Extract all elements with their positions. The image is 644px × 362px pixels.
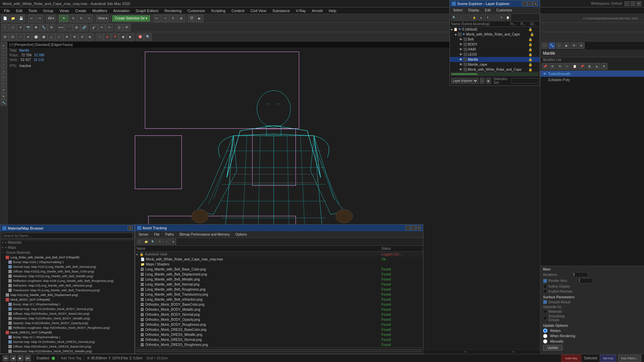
set-key-btn[interactable]: Set Key — [600, 355, 616, 362]
mb-close-btn[interactable]: ✕ — [128, 226, 132, 231]
new-scene-button[interactable]: 📄 — [1, 15, 9, 22]
modifier-editablepoly-item[interactable]: Editable Poly — [540, 77, 644, 83]
at-png-refraction[interactable]: 🖼 Long_Mantle_with_Belt_refraction.png F… — [135, 297, 423, 302]
redo-button[interactable]: ↪ — [36, 15, 43, 22]
at-png-base-color[interactable]: 🖼 Long_Mantle_with_Belt_Base_Color.png F… — [135, 267, 423, 272]
mb-dress-diffuse0[interactable]: Diffuse: Map #0(Orthodox_Monk_DRESS_Base… — [0, 344, 135, 349]
at-h-scrollbar[interactable] — [137, 349, 422, 352]
scale-button[interactable]: ⤡ — [86, 15, 93, 22]
se-row-layer-default[interactable]: ▸ 📋 👁 0 (default) 🔒 — [450, 27, 540, 32]
at-btn3[interactable]: 🔍 — [150, 239, 156, 245]
se-row-monk-full[interactable]: 👁 ⬛ Monk_with_White_Robe_and_Cape 🔒 — [450, 67, 540, 72]
key-filters-btn[interactable]: Key Filters... — [618, 355, 641, 362]
at-png-body-basecolor[interactable]: 🖼 Orthodox_Monk_BODY_BaseColor.png Found — [135, 302, 423, 307]
se-minimize-btn[interactable]: ─ — [522, 1, 527, 6]
t3-btn-1[interactable]: ⊞ — [1, 33, 9, 41]
mod-copy-icon[interactable]: 📋 — [571, 63, 578, 70]
at-menu-paths[interactable]: Paths — [163, 232, 177, 237]
t3-btn-11[interactable]: ⊘ — [78, 33, 86, 41]
at-help-btn[interactable]: ? — [163, 239, 169, 245]
ts-iterations-value[interactable]: 0 — [571, 272, 588, 277]
se-eye8-icon[interactable]: 👁 — [459, 63, 463, 66]
tool-light-btn[interactable]: ☀ — [17, 24, 24, 31]
mb-mat-dress[interactable]: Monk_DRESS_MAT (VRayMtl) — [0, 330, 135, 335]
smoothing-groups-checkbox[interactable] — [543, 316, 547, 320]
save-file-button[interactable]: 💾 — [17, 15, 25, 22]
at-max-file[interactable]: 📄 Monk_with_White_Robe_and_Cape_max_vray… — [135, 257, 423, 262]
menu-vray[interactable]: V-Ray — [293, 8, 309, 13]
mb-dress-bump2[interactable]: Bump: Map #2 ( VRayNormalMap ) — [0, 335, 135, 340]
at-minimize-btn[interactable]: ─ — [406, 226, 410, 230]
mb-body-bump2[interactable]: Bump: Map #2 ( VRayNormalMap ) — [0, 302, 135, 307]
t3-btn-4[interactable]: ● — [24, 33, 32, 41]
play-fwd-btn[interactable]: ▶ — [17, 355, 23, 361]
tool-display-btn[interactable]: 👁 — [123, 24, 130, 31]
t3-btn-8[interactable]: ◇ — [55, 33, 63, 41]
move-button[interactable]: ✛ — [69, 15, 77, 22]
se-lock-btn[interactable]: 🔒 — [471, 14, 477, 20]
minimize-button[interactable]: ─ — [625, 1, 629, 6]
t3-btn-6[interactable]: ▣ — [40, 33, 47, 41]
t3-btn-5[interactable]: ⬤ — [32, 33, 40, 41]
se-row-belt[interactable]: 👁 ⬛ Belt 🔒 — [450, 37, 540, 42]
t3-btn-17[interactable]: ▶ — [127, 33, 134, 41]
at-png-dress-basecolor[interactable]: 🖼 Orthodox_Monk_DRESS_BaseColor.png Foun… — [135, 327, 423, 332]
menu-animation[interactable]: Animation — [111, 8, 132, 13]
mb-section-scene[interactable]: - - Scene Materials — [0, 250, 135, 255]
tool-attach-btn[interactable]: ⊞ — [73, 24, 80, 31]
mb-map1-displace[interactable]: Map #1(Long_Mantle_with_Belt_Displacment… — [0, 293, 135, 297]
at-png-dress-roughness[interactable]: 🖼 Orthodox_Monk_DRESS_Roughness.png Foun… — [135, 342, 423, 347]
se-eye4-icon[interactable]: 👁 — [459, 43, 463, 46]
tool-isolate-btn[interactable]: ◎ — [115, 24, 123, 31]
at-maximize-btn[interactable]: □ — [411, 226, 416, 230]
ts-render-value[interactable]: 2 — [577, 278, 593, 283]
se-menu-edit[interactable]: Edit — [482, 8, 493, 13]
undo-button[interactable]: ↩ — [28, 15, 35, 22]
lp-icon-3[interactable]: ○ — [1, 55, 7, 61]
lp-icon-8[interactable]: ✦ — [1, 87, 7, 93]
rp-hierarchy-icon[interactable]: ⬡ — [556, 42, 562, 49]
mb-bump104[interactable]: Bump: Map #104 ( VRayNormalMap ) — [0, 260, 135, 264]
se-eye6-icon[interactable]: 👁 — [459, 53, 463, 56]
maximize-button[interactable]: □ — [631, 1, 635, 6]
lp-icon-4[interactable]: □ — [1, 61, 7, 67]
view-dropdown[interactable]: View ▾ — [96, 15, 109, 22]
ts-render-checkbox[interactable] — [543, 279, 547, 283]
se-sort-btn[interactable]: ↕ — [491, 14, 497, 20]
menu-modifiers[interactable]: Modifiers — [90, 8, 110, 13]
tool-camera-btn[interactable]: 📷 — [24, 24, 32, 31]
menu-group[interactable]: Group — [40, 8, 56, 13]
play-btn[interactable]: ⏮ — [3, 355, 9, 361]
se-menu-select[interactable]: Select — [450, 8, 465, 13]
lp-icon-1[interactable]: ▸ — [1, 42, 7, 48]
se-maximize-btn[interactable]: □ — [528, 1, 532, 6]
se-row-mantle-cape[interactable]: 👁 ⬛ Mantle_cape 🔒 — [450, 62, 540, 67]
menu-content[interactable]: Content — [229, 8, 247, 13]
render-button[interactable]: ▶ — [196, 15, 203, 22]
at-btn2[interactable]: 📁 — [143, 239, 149, 245]
menu-scripting[interactable]: Scripting — [208, 8, 228, 13]
mb-mat-body[interactable]: Monk_BODY_MAT (VRayMtl) — [0, 297, 135, 302]
menu-help[interactable]: Help — [326, 8, 339, 13]
update-always-radio[interactable] — [543, 328, 547, 333]
open-file-button[interactable]: 📁 — [9, 15, 17, 22]
materials-checkbox[interactable] — [543, 309, 547, 313]
at-png-roughness[interactable]: 🖼 Long_Mantle_with_Belt_Roughness.png Fo… — [135, 287, 423, 292]
tool-paint-btn[interactable]: 🖌 — [90, 24, 98, 31]
mb-refraction2[interactable]: Refraction: Map #2(Long_Mantle_with_Belt… — [0, 283, 135, 288]
tool-pick-btn[interactable]: ✏ — [98, 24, 105, 31]
se-config-btn[interactable]: ⚙ — [498, 14, 504, 20]
se-row-mantle[interactable]: 👁 ⬛ Mantle 🔒 — [450, 57, 540, 62]
at-png-dress-metallic[interactable]: 🖼 Orthodox_Monk_DRESS_Metallic.png Found — [135, 332, 423, 337]
mb-body-opacity14[interactable]: Opacity: Map #14(Orthodox_Monk_BODY_Opac… — [0, 321, 135, 325]
next-btn[interactable]: ⏭ — [25, 355, 31, 361]
ts-explicit-checkbox[interactable] — [543, 289, 547, 293]
update-button[interactable]: Update — [543, 345, 562, 351]
mod-down-icon[interactable]: ▼ — [601, 63, 607, 70]
se-eye2-icon[interactable]: 👁 — [462, 33, 466, 36]
mb-diffuse102[interactable]: Diffuse: Map #102(Long_Mantle_with_Belt_… — [0, 269, 135, 274]
t3-btn-3[interactable]: ○ — [17, 33, 24, 41]
menu-civil-view[interactable]: Civil View — [248, 8, 269, 13]
t3-btn-18[interactable]: 🎯 — [137, 33, 144, 41]
t3-btn-15[interactable]: 🔻 — [111, 33, 119, 41]
